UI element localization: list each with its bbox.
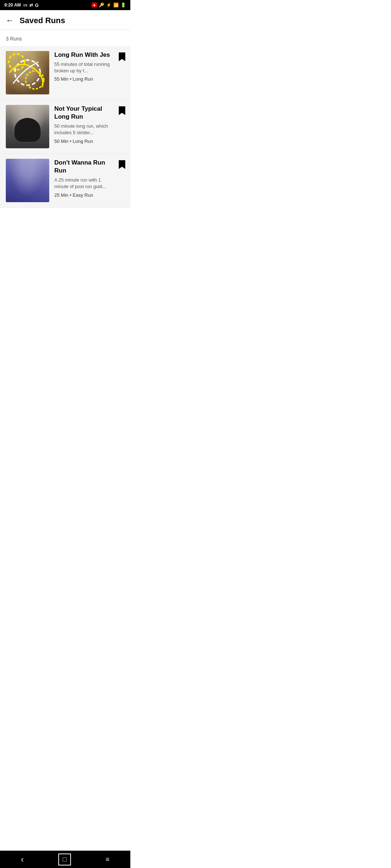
bluetooth-icon: ⚡ <box>106 3 112 8</box>
svg-rect-9 <box>22 139 27 148</box>
status-right: ● 🔑 ⚡ 📶 🔋 <box>92 3 126 8</box>
svg-rect-6 <box>20 121 35 139</box>
svg-point-1 <box>15 60 40 85</box>
bookmark-button-1[interactable] <box>119 52 125 63</box>
run-item-2[interactable]: Not Your Typical Long Run 50 minute long… <box>0 100 130 154</box>
run-thumbnail-3 <box>6 159 49 202</box>
svg-point-15 <box>23 163 30 171</box>
wifi-icon: 📶 <box>113 3 119 8</box>
run-count-label: 3 Runs <box>0 30 130 46</box>
svg-rect-16 <box>24 170 30 181</box>
run-desc-3: A 25 minute run with 1 minute of post ru… <box>54 177 114 190</box>
svg-point-2 <box>26 71 44 89</box>
thumbnail-2-svg <box>6 105 49 148</box>
record-icon: ● <box>92 3 97 8</box>
status-left: 9:20 AM ▭ ⇄ G <box>4 3 39 8</box>
run-item-1[interactable]: Long Run With Jes 55 minutes of total ru… <box>0 46 130 100</box>
run-list: Long Run With Jes 55 minutes of total ru… <box>0 46 130 208</box>
svg-rect-3 <box>6 105 49 148</box>
page-title: Saved Runs <box>20 16 65 25</box>
svg-rect-19 <box>24 181 28 191</box>
video-icon: ▭ <box>23 3 27 8</box>
run-desc-1: 55 minutes of total running broken up by… <box>54 61 114 74</box>
svg-rect-17 <box>17 166 25 172</box>
grammarly-icon: G <box>35 3 39 8</box>
header: ← Saved Runs <box>0 10 130 30</box>
svg-rect-11 <box>32 120 43 127</box>
status-bar: 9:20 AM ▭ ⇄ G ● 🔑 ⚡ 📶 🔋 <box>0 0 130 10</box>
run-thumbnail-1 <box>6 51 49 94</box>
doodle-overlay <box>6 51 49 94</box>
bookmark-icon-3 <box>119 160 125 169</box>
time-display: 9:20 AM <box>4 3 21 8</box>
svg-rect-12 <box>6 159 49 202</box>
run-meta-3: 25 Min • Easy Run <box>54 192 114 198</box>
thumbnail-3-svg <box>6 159 49 202</box>
run-meta-1: 55 Min • Long Run <box>54 76 114 82</box>
run-info-1: Long Run With Jes 55 minutes of total ru… <box>54 51 125 82</box>
svg-rect-20 <box>24 180 31 188</box>
bookmark-icon-2 <box>119 106 125 115</box>
svg-rect-7 <box>17 122 22 136</box>
key-icon: 🔑 <box>99 3 104 8</box>
run-info-3: Don't Wanna Run Run A 25 minute run with… <box>54 159 125 198</box>
svg-point-14 <box>9 159 42 199</box>
bookmark-icon-1 <box>119 52 125 61</box>
run-meta-2: 50 Min • Long Run <box>54 139 114 144</box>
svg-rect-8 <box>33 122 38 136</box>
run-title-1: Long Run With Jes <box>54 51 114 59</box>
svg-point-5 <box>22 109 33 122</box>
run-item-3[interactable]: Don't Wanna Run Run A 25 minute run with… <box>0 154 130 208</box>
back-button[interactable]: ← <box>6 16 14 25</box>
sim-icon: ⇄ <box>29 3 33 8</box>
empty-space <box>0 208 130 316</box>
run-desc-2: 50 minute long run, which includes 5 str… <box>54 123 114 136</box>
svg-rect-13 <box>6 180 49 202</box>
run-thumbnail-2 <box>6 105 49 148</box>
bookmark-button-2[interactable] <box>119 106 125 117</box>
svg-rect-18 <box>29 173 37 178</box>
svg-rect-4 <box>28 105 49 148</box>
bookmark-button-3[interactable] <box>119 160 125 171</box>
svg-rect-10 <box>28 139 33 148</box>
run-info-2: Not Your Typical Long Run 50 minute long… <box>54 105 125 144</box>
run-title-2: Not Your Typical Long Run <box>54 105 114 121</box>
battery-icon: 🔋 <box>121 3 126 8</box>
run-title-3: Don't Wanna Run Run <box>54 159 114 175</box>
